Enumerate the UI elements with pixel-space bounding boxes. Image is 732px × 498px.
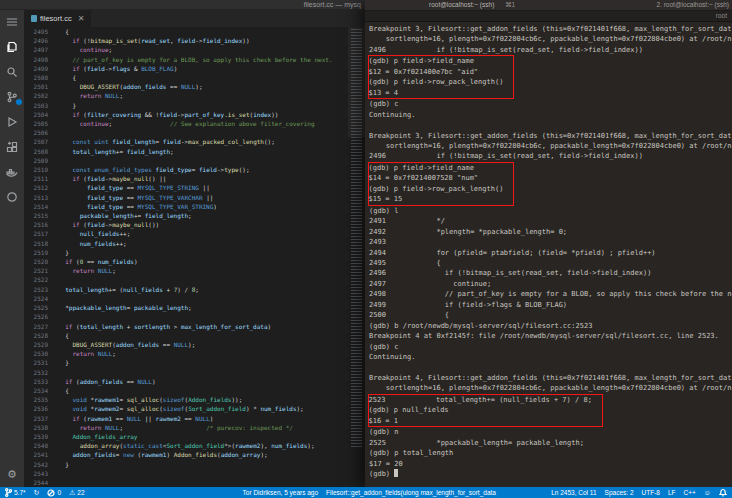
code-line: DBUG_ASSERT(addon_fields == NULL); — [58, 340, 348, 349]
terminal-line: 2496 if (!bitmap_is_set(read_set, field-… — [369, 268, 732, 278]
annotation-box: (gdb) p field->field_name$14 = 0x7f02140… — [368, 162, 515, 206]
extensions-icon[interactable] — [2, 138, 22, 155]
tab-filesort[interactable]: filesort.cc ✕ — [24, 10, 91, 27]
code-editor[interactable]: 2495249624972498249925002501250225032504… — [24, 27, 365, 487]
menu-icon[interactable] — [2, 13, 22, 30]
feedback-smiley-icon[interactable]: ☺ — [704, 489, 711, 496]
code-line: if (rawmem1 == NULL || rawmem2 == NULL) — [58, 414, 348, 423]
minimap[interactable] — [348, 27, 365, 487]
encoding-indicator[interactable]: UTF-8 — [642, 489, 660, 496]
terminal-line: 2500 { — [369, 310, 732, 320]
line-number: 2502 — [24, 91, 48, 100]
terminal-line: 2498 // part_of_key is empty for a BLOB,… — [369, 289, 732, 299]
line-number: 2536 — [24, 404, 48, 413]
annotation-box: (gdb) p field->field_name$12 = 0x7f02140… — [368, 55, 515, 99]
explorer-icon[interactable] — [2, 38, 22, 55]
code-line: } — [58, 460, 348, 469]
terminal-line: 2496 if (!bitmap_is_set(read_set, field-… — [369, 151, 732, 161]
code-line: if (!bitmap_is_set(read_set, field->fiel… — [58, 36, 348, 45]
line-number: 2542 — [24, 460, 48, 469]
code-line — [58, 128, 348, 137]
current-symbol[interactable]: Filesort::get_addon_fields(ulong max_len… — [326, 489, 496, 496]
code-line: } — [58, 101, 348, 110]
line-number: 2524 — [24, 294, 48, 303]
terminal-cursor — [394, 469, 398, 477]
terminal-line: (gdb) — [369, 469, 732, 479]
line-number: 2513 — [24, 193, 48, 202]
line-number: 2528 — [24, 331, 48, 340]
line-number: 2531 — [24, 358, 48, 367]
terminal-line: (gdb) p field->field_name — [369, 56, 504, 66]
sync-icon[interactable]: ↻ — [34, 489, 40, 496]
line-number: 2543 — [24, 469, 48, 478]
cpp-file-icon — [31, 15, 37, 22]
line-number: 2532 — [24, 368, 48, 377]
line-number: 2516 — [24, 220, 48, 229]
line-number: 2530 — [24, 349, 48, 358]
close-icon[interactable]: ✕ — [78, 14, 85, 23]
cursor-position[interactable]: Ln 2453, Col 11 — [551, 489, 596, 496]
terminal-line: (gdb) p null_fields — [369, 405, 592, 415]
docker-icon[interactable] — [2, 163, 22, 180]
code-line: *ppackable_length= packable_length; — [58, 303, 348, 312]
line-number: 2495 — [24, 27, 48, 36]
line-number: 2498 — [24, 55, 48, 64]
cmake-icon[interactable] — [2, 188, 22, 205]
terminal-line: 2525 *ppackable_length= packable_length; — [369, 438, 732, 448]
errors-indicator[interactable]: 0 — [47, 489, 61, 497]
code-lines: { if (!bitmap_is_set(read_set, field->fi… — [54, 27, 348, 487]
line-number: 2519 — [24, 248, 48, 257]
window-title: filesort.cc — mysq — [304, 1, 361, 8]
code-line: field_type == MYSQL_TYPE_STRING || — [58, 183, 348, 192]
error-icon — [47, 489, 55, 497]
terminal-line: $14 = 0x7f0214007528 "num" — [369, 173, 504, 183]
code-line: { — [58, 27, 348, 36]
indentation-indicator[interactable]: Spaces: 2 — [605, 489, 634, 496]
eol-indicator[interactable]: LF — [668, 489, 676, 496]
line-number: 2535 — [24, 395, 48, 404]
branch-indicator[interactable]: 5.7* — [5, 488, 26, 497]
line-number: 2508 — [24, 147, 48, 156]
line-number: 2497 — [24, 45, 48, 54]
code-line: return NULL; /* purecov: inspected */ — [58, 423, 348, 432]
code-line: void *rawmem2= sql_alloc(sizeof(Sort_add… — [58, 404, 348, 413]
line-number: 2518 — [24, 239, 48, 248]
terminal-line: (gdb) p field->field_name — [369, 163, 504, 173]
code-line: if (field->maybe_null() || — [58, 174, 348, 183]
code-line — [58, 275, 348, 284]
branch-icon — [5, 488, 12, 497]
line-number: 2537 — [24, 414, 48, 423]
terminal-tab-bar: root — [365, 11, 732, 22]
code-line: { — [58, 331, 348, 340]
debug-icon[interactable] — [2, 113, 22, 130]
git-blame[interactable]: Tor Didriksen, 5 years ago — [243, 489, 319, 496]
line-number: 2500 — [24, 73, 48, 82]
terminal-line: $15 = 15 — [369, 194, 504, 204]
code-line: continue; — [58, 45, 348, 54]
line-number: 2540 — [24, 441, 48, 450]
line-number: 2515 — [24, 211, 48, 220]
terminal-line: (gdb) c — [369, 342, 732, 352]
line-number: 2521 — [24, 266, 48, 275]
terminal-line: 2523 total_length+= (null_fields + 7) / … — [369, 395, 592, 405]
terminal-line: 2491 */ — [369, 216, 732, 226]
warnings-indicator[interactable]: ⚠ 22 — [69, 489, 85, 496]
search-icon[interactable] — [2, 63, 22, 80]
terminal-line — [369, 120, 732, 130]
notifications-bell-icon[interactable] — [719, 488, 727, 497]
settings-gear-icon[interactable]: ⚙ — [2, 466, 22, 483]
source-control-icon[interactable] — [2, 88, 22, 105]
terminal-line: (gdb) p total_length — [369, 448, 732, 458]
terminal-back-title: 2. root@localhost:~ (ssh) — [656, 1, 729, 8]
language-indicator[interactable]: C++ — [684, 489, 696, 496]
code-line: field_type == MYSQL_TYPE_VAR_STRING) — [58, 202, 348, 211]
code-line: { — [58, 73, 348, 82]
code-line — [58, 312, 348, 321]
terminal-line: $17 = 20 — [369, 459, 732, 469]
terminal-back-tab[interactable]: root — [716, 12, 727, 19]
line-number: 2505 — [24, 119, 48, 128]
terminal-body[interactable]: Breakpoint 3, Filesort::get_addon_fields… — [365, 22, 732, 487]
line-number: 2523 — [24, 285, 48, 294]
terminal-line: 2499 if (field->flags & BLOB_FLAG) — [369, 300, 732, 310]
terminal-line: Breakpoint 3, Filesort::get_addon_fields… — [369, 24, 732, 34]
